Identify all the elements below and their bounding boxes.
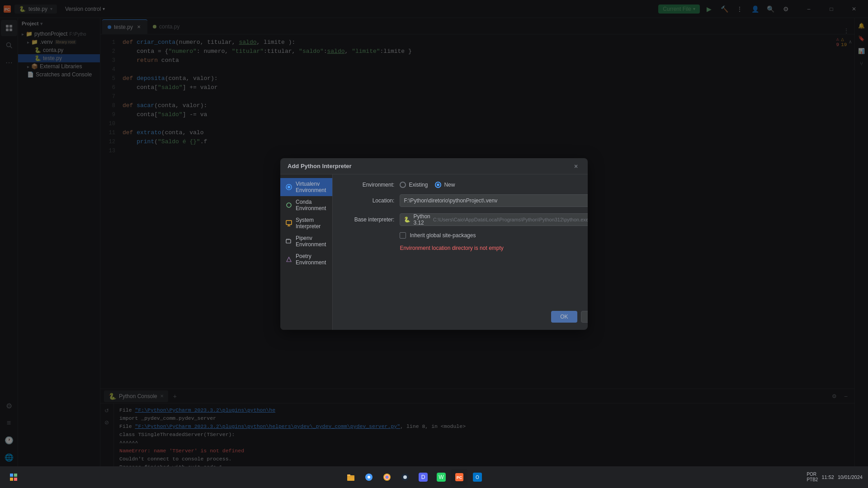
modal-body: Virtualenv Environment Conda Environment (280, 174, 588, 330)
modal-overlay: Add Python Interpreter × Virtualenv Envi… (0, 0, 868, 488)
svg-rect-23 (347, 474, 350, 476)
modal-sidebar: Virtualenv Environment Conda Environment (280, 174, 333, 330)
modal-sidebar-conda[interactable]: Conda Environment (280, 196, 332, 214)
svg-point-25 (368, 476, 370, 479)
svg-rect-19 (14, 474, 17, 477)
taskbar-discord[interactable]: D (415, 469, 431, 485)
svg-text:PC: PC (457, 475, 462, 480)
taskbar-center: D W PC O (343, 469, 486, 485)
start-button[interactable] (5, 469, 22, 485)
modal-close-button[interactable]: × (571, 162, 580, 171)
svg-point-10 (287, 203, 291, 207)
radio-existing-circle (400, 182, 406, 188)
modal-sidebar-virtualenv[interactable]: Virtualenv Environment (280, 178, 332, 196)
poetry-icon (286, 256, 292, 263)
modal-sidebar-pipenv[interactable]: Pipenv Environment (280, 232, 332, 250)
svg-point-29 (386, 476, 388, 479)
modal-sidebar-poetry[interactable]: Poetry Environment (280, 250, 332, 268)
svg-rect-20 (10, 478, 13, 481)
taskbar-file-explorer[interactable] (343, 469, 359, 485)
taskbar-steam[interactable] (397, 469, 413, 485)
environment-row: Environment: Existing New (340, 182, 588, 188)
taskbar-whatsapp[interactable]: W (433, 469, 449, 485)
taskbar-right: PORPTB2 11:52 10/01/2024 (807, 472, 863, 483)
radio-existing[interactable]: Existing (400, 182, 428, 188)
base-interpreter-row: Base interpreter: 🐍 Python 3.12 C:\Users… (340, 213, 588, 226)
radio-new[interactable]: New (435, 182, 455, 188)
taskbar-chrome[interactable] (379, 469, 395, 485)
radio-new-circle (435, 182, 441, 188)
system-icon (286, 220, 292, 227)
taskbar: D W PC O PORPTB2 11:52 10/01/2024 (0, 466, 868, 488)
svg-point-31 (403, 475, 407, 479)
taskbar-pycharm[interactable]: PC (451, 469, 467, 485)
inherit-checkbox[interactable] (400, 232, 406, 239)
add-interpreter-modal: Add Python Interpreter × Virtualenv Envi… (280, 158, 588, 330)
modal-footer: OK Cancel (340, 305, 588, 323)
location-row: Location: (340, 194, 588, 207)
taskbar-browser-1[interactable] (361, 469, 377, 485)
taskbar-left (5, 469, 22, 485)
svg-rect-11 (286, 221, 292, 225)
svg-text:W: W (439, 474, 444, 480)
location-input[interactable] (400, 194, 588, 207)
inherit-checkbox-row: Inherit global site-packages (400, 232, 588, 239)
svg-point-9 (288, 186, 290, 188)
svg-rect-14 (286, 239, 291, 243)
modal-cancel-button[interactable]: Cancel (581, 311, 588, 323)
taskbar-lang: PORPTB2 (807, 472, 818, 483)
modal-sidebar-system[interactable]: System Interpreter (280, 214, 332, 232)
modal-header: Add Python Interpreter × (280, 158, 588, 174)
conda-icon (286, 202, 292, 209)
modal-ok-button[interactable]: OK (551, 311, 577, 323)
error-message: Environment location directory is not em… (400, 245, 588, 251)
taskbar-outlook[interactable]: O (469, 469, 486, 485)
svg-rect-21 (14, 478, 17, 481)
environment-radio-group: Existing New (400, 182, 455, 188)
pipenv-icon (286, 238, 292, 245)
taskbar-time: 11:52 10/01/2024 (821, 474, 863, 480)
modal-main-content: Environment: Existing New (333, 174, 588, 330)
virtualenv-icon (286, 183, 292, 191)
svg-text:O: O (476, 475, 479, 480)
base-interpreter-select[interactable]: 🐍 Python 3.12 C:\Users\Caio\AppData\Loca… (400, 213, 588, 226)
svg-rect-18 (10, 474, 13, 477)
svg-text:D: D (421, 474, 425, 480)
